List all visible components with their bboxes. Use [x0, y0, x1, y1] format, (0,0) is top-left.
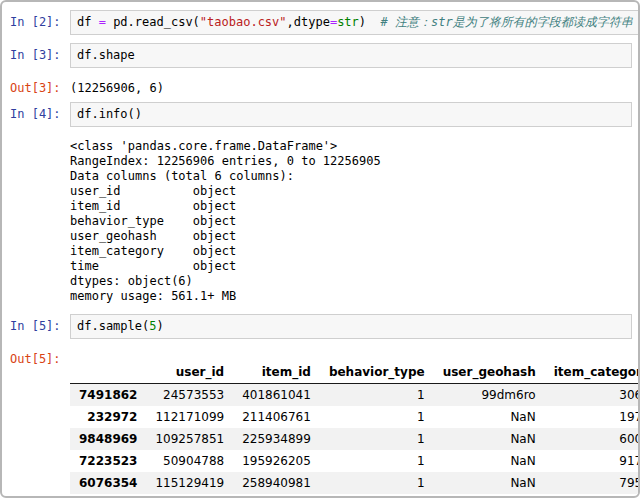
- cell-user-geohash: NaN: [434, 406, 545, 428]
- output-cell-3: Out[3]: (12256906, 6): [8, 76, 634, 96]
- in-prompt-2: In [2]:: [8, 10, 70, 29]
- code-cell-4: In [4]: df.info(): [8, 102, 634, 127]
- prompt-spacer: [8, 137, 70, 142]
- col-header-item-id: item_id: [233, 361, 320, 384]
- cell-user-id: 109257851: [146, 428, 233, 450]
- notebook-page: In [2]: df = pd.read_csv("taobao.csv",dt…: [0, 0, 640, 498]
- row-index: 7223523: [70, 450, 146, 472]
- cell-behavior-type: 1: [320, 450, 434, 472]
- table-row: 6076354 115129419 258940981 1 NaN 7957 2…: [70, 472, 640, 494]
- string-literal: "taobao.csv": [200, 15, 287, 29]
- out-prompt-5: Out[5]:: [8, 347, 70, 366]
- code-cell-3: In [3]: df.shape: [8, 43, 634, 68]
- cell-behavior-type: 1: [320, 406, 434, 428]
- col-header-user-id: user_id: [146, 361, 233, 384]
- code-input-5[interactable]: df.sample(5): [70, 314, 632, 339]
- code-text: ,dtype: [287, 15, 330, 29]
- code-input-3[interactable]: df.shape: [70, 43, 632, 68]
- cell-item-id: 401861041: [233, 384, 320, 407]
- row-index: 7491862: [70, 384, 146, 407]
- code-text: df: [77, 15, 99, 29]
- table-row: 232972 112171099 211406761 1 NaN 1970 20…: [70, 406, 640, 428]
- code-input-2[interactable]: df = pd.read_csv("taobao.csv",dtype=str)…: [70, 10, 640, 35]
- code-line: df.info(): [77, 107, 625, 122]
- col-header-user-geohash: user_geohash: [434, 361, 545, 384]
- col-header-behavior-type: behavior_type: [320, 361, 434, 384]
- output-cell-5: Out[5]: user_id item_id behavior_type us…: [8, 347, 634, 494]
- cell-user-id: 24573553: [146, 384, 233, 407]
- cell-item-category: 6000: [545, 428, 640, 450]
- in-prompt-5: In [5]:: [8, 314, 70, 333]
- row-index: 232972: [70, 406, 146, 428]
- cell-behavior-type: 1: [320, 472, 434, 494]
- cell-user-geohash: 99dm6ro: [434, 384, 545, 407]
- row-index: 6076354: [70, 472, 146, 494]
- result-text-3: (12256906, 6): [70, 76, 164, 96]
- col-header-index: [70, 361, 146, 384]
- code-line: df.shape: [77, 48, 625, 63]
- code-text: df.shape: [77, 48, 135, 62]
- col-header-item-category: item_category: [545, 361, 640, 384]
- cell-item-category: 9179: [545, 450, 640, 472]
- cell-user-geohash: NaN: [434, 472, 545, 494]
- code-cell-2: In [2]: df = pd.read_csv("taobao.csv",dt…: [8, 10, 634, 35]
- code-text: df.info(): [77, 107, 142, 121]
- row-index: 9848969: [70, 428, 146, 450]
- table-row: 9848969 109257851 225934899 1 NaN 6000 2…: [70, 428, 640, 450]
- cell-user-geohash: NaN: [434, 450, 545, 472]
- cell-item-category: 7957: [545, 472, 640, 494]
- table-row: 7491862 24573553 401861041 1 99dm6ro 306…: [70, 384, 640, 407]
- cell-user-id: 50904788: [146, 450, 233, 472]
- in-prompt-3: In [3]:: [8, 43, 70, 62]
- cell-user-geohash: NaN: [434, 428, 545, 450]
- cell-item-id: 195926205: [233, 450, 320, 472]
- table-row: 7223523 50904788 195926205 1 NaN 9179 20…: [70, 450, 640, 472]
- code-text: ): [359, 15, 381, 29]
- cell-item-category: 3064: [545, 384, 640, 407]
- info-output-text: <class 'pandas.core.frame.DataFrame'> Ra…: [70, 137, 381, 304]
- cell-behavior-type: 1: [320, 428, 434, 450]
- stream-output-4: <class 'pandas.core.frame.DataFrame'> Ra…: [8, 137, 634, 304]
- code-input-4[interactable]: df.info(): [70, 102, 632, 127]
- builtin-token: str: [337, 15, 359, 29]
- cell-item-id: 225934899: [233, 428, 320, 450]
- code-cell-5: In [5]: df.sample(5): [8, 314, 634, 339]
- cell-user-id: 115129419: [146, 472, 233, 494]
- code-text: ): [156, 319, 163, 333]
- in-prompt-4: In [4]:: [8, 102, 70, 121]
- comment-token: # 注意：str是为了将所有的字段都读成字符串: [381, 15, 633, 29]
- cell-behavior-type: 1: [320, 384, 434, 407]
- table-header-row: user_id item_id behavior_type user_geoha…: [70, 361, 640, 384]
- cell-user-id: 112171099: [146, 406, 233, 428]
- cell-item-id: 211406761: [233, 406, 320, 428]
- code-line: df = pd.read_csv("taobao.csv",dtype=str)…: [77, 15, 633, 30]
- out-prompt-3: Out[3]:: [8, 76, 70, 95]
- code-text: df.sample(: [77, 319, 149, 333]
- cell-item-id: 258940981: [233, 472, 320, 494]
- operator-token: =: [99, 15, 106, 29]
- code-line: df.sample(5): [77, 319, 625, 334]
- code-text: pd.read_csv(: [106, 15, 200, 29]
- cell-item-category: 1970: [545, 406, 640, 428]
- dataframe-table: user_id item_id behavior_type user_geoha…: [70, 361, 640, 494]
